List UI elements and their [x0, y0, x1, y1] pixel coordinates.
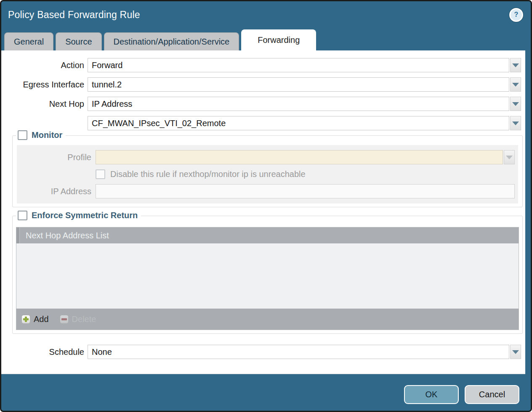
plus-icon [21, 315, 30, 324]
next-hop-address-list-table: Next Hop Address List Add Delete [16, 227, 519, 330]
enforce-symmetric-return-fieldset: Enforce Symmetric Return Next Hop Addres… [12, 216, 523, 334]
forwarding-tab-panel: Action Egress Interface Next Hop [1, 50, 525, 374]
next-hop-label: Next Hop [1, 99, 84, 109]
chevron-down-icon [512, 121, 519, 125]
egress-interface-dropdown-button[interactable] [510, 77, 521, 92]
next-hop-row: Next Hop [1, 97, 521, 111]
schedule-label: Schedule [1, 347, 84, 357]
action-dropdown-button[interactable] [510, 58, 521, 72]
help-icon[interactable]: ? [509, 8, 523, 22]
chevron-down-icon [512, 83, 519, 87]
profile-label: Profile [17, 153, 91, 162]
next-hop-address-list-toolbar: Add Delete [16, 309, 519, 330]
enforce-symmetric-return-legend: Enforce Symmetric Return [16, 211, 141, 220]
egress-interface-label: Egress Interface [1, 80, 84, 90]
tab-general[interactable]: General [4, 32, 53, 50]
enforce-symmetric-return-legend-label: Enforce Symmetric Return [32, 211, 138, 220]
monitor-ip-address-row: IP Address [17, 184, 515, 198]
tab-bar: General Source Destination/Application/S… [4, 29, 316, 50]
tab-forwarding-label: Forwarding [258, 35, 300, 45]
disable-rule-label: Disable this rule if nexthop/monitor ip … [110, 169, 306, 179]
profile-combo [96, 150, 515, 164]
next-hop-address-list-header-label: Next Hop Address List [26, 231, 109, 240]
tab-forwarding[interactable]: Forwarding [241, 29, 316, 50]
add-button-label: Add [34, 314, 49, 324]
add-button[interactable]: Add [21, 314, 49, 324]
schedule-combo [88, 345, 521, 359]
next-hop-type-input[interactable] [88, 97, 509, 111]
dialog-footer: OK Cancel [404, 385, 519, 404]
ok-button[interactable]: OK [404, 385, 459, 404]
next-hop-address-row [1, 116, 521, 130]
monitor-legend: Monitor [16, 130, 66, 140]
schedule-dropdown-button[interactable] [510, 345, 521, 359]
enforce-symmetric-return-checkbox[interactable] [18, 211, 27, 220]
delete-button-label: Delete [72, 314, 96, 324]
minus-icon [60, 315, 69, 324]
action-label: Action [1, 61, 84, 70]
egress-interface-input[interactable] [88, 77, 509, 92]
action-combo [88, 58, 521, 72]
profile-row: Profile [17, 150, 515, 164]
next-hop-dropdown-button[interactable] [510, 97, 521, 111]
action-row: Action [1, 58, 521, 72]
next-hop-address-combo [88, 116, 521, 130]
tab-source[interactable]: Source [56, 32, 101, 50]
monitor-checkbox[interactable] [18, 130, 27, 140]
profile-input [96, 150, 503, 164]
monitor-fieldset: Monitor Profile Disable this rule if nex… [12, 135, 523, 207]
cancel-button[interactable]: Cancel [465, 385, 519, 404]
disable-rule-row: Disable this rule if nexthop/monitor ip … [96, 169, 515, 179]
monitor-panel: Profile Disable this rule if nexthop/mon… [17, 145, 518, 203]
chevron-down-icon [512, 350, 519, 354]
egress-interface-combo [88, 77, 521, 92]
tab-general-label: General [14, 37, 44, 47]
next-hop-address-list-header: Next Hop Address List [16, 227, 519, 243]
table-header-strip [16, 227, 20, 243]
monitor-ip-address-input [96, 184, 515, 198]
schedule-row: Schedule [1, 345, 521, 359]
monitor-legend-label: Monitor [32, 130, 62, 140]
tab-source-label: Source [65, 37, 92, 47]
chevron-down-icon [506, 156, 513, 159]
action-input[interactable] [88, 58, 509, 72]
next-hop-combo [88, 97, 521, 111]
next-hop-address-list-body[interactable] [16, 243, 519, 309]
dialog-titlebar: Policy Based Forwarding Rule ? [1, 1, 531, 28]
chevron-down-icon [512, 63, 519, 67]
monitor-ip-address-label: IP Address [17, 187, 91, 196]
tab-destination-application-service[interactable]: Destination/Application/Service [104, 32, 239, 50]
chevron-down-icon [512, 102, 519, 106]
profile-dropdown-button [504, 150, 515, 164]
egress-interface-row: Egress Interface [1, 77, 521, 92]
next-hop-address-input[interactable] [88, 116, 509, 130]
tab-destination-label: Destination/Application/Service [114, 37, 230, 47]
disable-rule-checkbox [96, 169, 105, 179]
policy-based-forwarding-dialog: Policy Based Forwarding Rule ? General S… [0, 0, 532, 412]
dialog-title: Policy Based Forwarding Rule [8, 9, 140, 21]
delete-button[interactable]: Delete [60, 314, 96, 324]
schedule-input[interactable] [88, 345, 509, 359]
next-hop-address-dropdown-button[interactable] [510, 116, 521, 130]
